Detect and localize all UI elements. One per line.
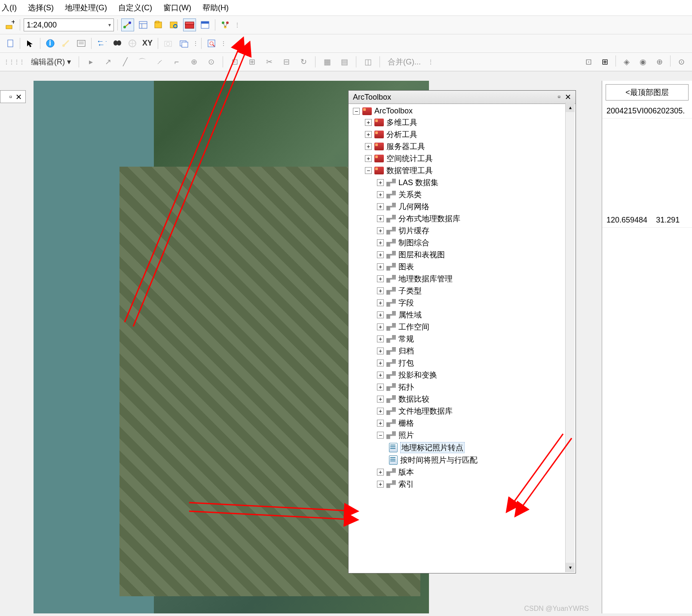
tree-item[interactable]: +LAS 数据集	[349, 177, 575, 189]
tree-item[interactable]: +投影和变换	[349, 369, 575, 381]
scale-combobox[interactable]: 1:24,000 ▾	[24, 18, 114, 31]
expand-icon[interactable]: +	[377, 396, 384, 403]
tree-item[interactable]: +归档	[349, 345, 575, 357]
editor-menu[interactable]: 编辑器(R) ▾	[28, 57, 73, 67]
expand-icon[interactable]: +	[377, 179, 384, 186]
pin-icon[interactable]: ▫	[9, 92, 12, 101]
menu-geoprocessing[interactable]: 地理处理(G)	[63, 2, 109, 14]
tree-item[interactable]: +子类型	[349, 285, 575, 297]
tree-item[interactable]: +几何网络	[349, 201, 575, 213]
expand-icon[interactable]: +	[365, 143, 372, 150]
tree-item[interactable]: +工作空间	[349, 321, 575, 333]
scroll-down-button[interactable]: ▾	[566, 563, 575, 572]
unknown-tool-3[interactable]: ◈	[620, 55, 633, 68]
menu-insert[interactable]: 入(I)	[0, 2, 18, 14]
expand-icon[interactable]: +	[377, 275, 384, 282]
tree-item-photos[interactable]: −照片	[349, 429, 575, 441]
expand-icon[interactable]: +	[377, 420, 384, 427]
tool-match-photos-time[interactable]: 按时间将照片与行匹配	[349, 454, 575, 466]
tree-item[interactable]: +数据比较	[349, 393, 575, 405]
unknown-tool-1[interactable]: ⊡	[582, 55, 595, 68]
layout-button[interactable]	[3, 37, 16, 50]
scroll-up-button[interactable]: ▴	[566, 103, 575, 112]
select-elements-button[interactable]	[24, 37, 37, 50]
expand-icon[interactable]: +	[377, 203, 384, 210]
add-data-button[interactable]: +	[3, 18, 16, 31]
tree-item[interactable]: +栅格	[349, 417, 575, 429]
tree-item[interactable]: +索引	[349, 478, 575, 490]
expand-icon[interactable]: +	[377, 299, 384, 306]
toolbar-grip[interactable]: ⋮	[428, 58, 433, 65]
tree-item[interactable]: +版本	[349, 466, 575, 478]
expand-icon[interactable]: +	[377, 348, 384, 354]
toolbar-grip[interactable]: ⋮⋮⋮⋮	[3, 58, 24, 65]
close-icon[interactable]: ✕	[15, 92, 22, 101]
tree-item[interactable]: +关系类	[349, 189, 575, 201]
tree-item[interactable]: +切片缓存	[349, 225, 575, 237]
expand-icon[interactable]: +	[365, 119, 372, 126]
expand-icon[interactable]: +	[377, 239, 384, 246]
tree-root[interactable]: −ArcToolbox	[349, 106, 575, 116]
edit-tool[interactable]: ▸	[84, 55, 97, 68]
model-builder-button[interactable]	[219, 18, 232, 31]
unknown-tool-4[interactable]: ◉	[637, 55, 649, 68]
menu-select[interactable]: 选择(S)	[26, 2, 55, 14]
menu-window[interactable]: 窗口(W)	[162, 2, 193, 14]
tool-geotagged-photos[interactable]: 地理标记照片转点	[349, 441, 575, 454]
expand-icon[interactable]: +	[377, 323, 384, 330]
tree-item[interactable]: +服务器工具	[349, 140, 575, 152]
collapse-icon[interactable]: −	[365, 167, 372, 174]
toolbar-grip[interactable]: ⋮	[220, 40, 226, 47]
python-window-button[interactable]	[199, 18, 211, 31]
find-route-button[interactable]	[126, 37, 139, 50]
toolbox-tree[interactable]: −ArcToolbox +多维工具 +分析工具 +服务器工具 +空间统计工具 −…	[349, 104, 576, 573]
tree-item[interactable]: +多维工具	[349, 116, 575, 128]
top-layer-selector[interactable]: <最顶部图层	[606, 84, 689, 101]
tree-item[interactable]: +空间统计工具	[349, 152, 575, 165]
collapse-icon[interactable]: −	[353, 108, 360, 115]
pin-icon[interactable]: ▫	[558, 92, 560, 102]
expand-icon[interactable]: +	[377, 384, 384, 390]
unknown-tool-2[interactable]: ⊞	[598, 55, 611, 68]
attributes-button[interactable]: ▦	[321, 55, 334, 68]
split-tool[interactable]: ⊟	[280, 55, 293, 68]
toolbar-grip[interactable]: ⋮	[193, 40, 198, 47]
tree-item[interactable]: +拓扑	[349, 381, 575, 393]
expand-icon[interactable]: +	[365, 155, 372, 162]
tree-item[interactable]: +地理数据库管理	[349, 273, 575, 285]
arc-segment[interactable]: ⌒	[136, 55, 149, 68]
expand-icon[interactable]: +	[377, 481, 384, 488]
catalog-button[interactable]	[152, 18, 165, 31]
identify-button[interactable]: i	[44, 37, 57, 50]
toc-button[interactable]	[137, 18, 150, 31]
toolbar-grip[interactable]: ⋮	[234, 21, 239, 28]
create-viewer-button[interactable]	[177, 37, 190, 50]
viewer-window-button[interactable]	[205, 37, 218, 50]
close-icon[interactable]: ✕	[565, 92, 571, 102]
merge-menu[interactable]: 合并(G)...	[385, 57, 423, 67]
expand-icon[interactable]: +	[377, 360, 384, 366]
menu-help[interactable]: 帮助(H)	[201, 2, 230, 14]
tree-item[interactable]: +制图综合	[349, 237, 575, 249]
reshape[interactable]: ⊞	[245, 55, 258, 68]
tree-item[interactable]: +属性域	[349, 309, 575, 321]
tree-item[interactable]: +图层和表视图	[349, 249, 575, 261]
collapse-icon[interactable]: −	[377, 432, 384, 439]
goto-xy-button[interactable]: XY	[141, 37, 154, 50]
straight-segment[interactable]: ╱	[119, 55, 132, 68]
rotate-tool[interactable]: ↻	[297, 55, 310, 68]
tree-item[interactable]: +图表	[349, 261, 575, 273]
tree-item[interactable]: +打包	[349, 357, 575, 369]
expand-icon[interactable]: +	[377, 191, 384, 198]
expand-icon[interactable]: +	[377, 469, 384, 476]
arctoolbox-titlebar[interactable]: ArcToolbox ▫ ✕	[349, 91, 576, 104]
trace-tool[interactable]: ⟋	[153, 55, 166, 68]
expand-icon[interactable]: +	[365, 131, 372, 138]
expand-icon[interactable]: +	[377, 251, 384, 258]
tree-item[interactable]: +字段	[349, 297, 575, 309]
end-point[interactable]: ⊙	[205, 55, 217, 68]
tree-item[interactable]: +分布式地理数据库	[349, 213, 575, 225]
editor-toolbar-button[interactable]	[121, 18, 134, 31]
menu-customize[interactable]: 自定义(C)	[116, 2, 154, 14]
expand-icon[interactable]: +	[377, 335, 384, 342]
